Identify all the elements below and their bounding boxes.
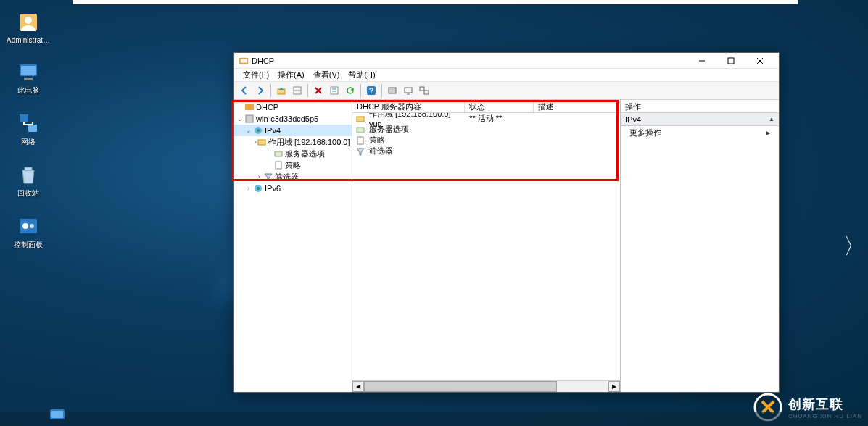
- x-icon: [313, 85, 323, 96]
- window-title: DHCP: [252, 57, 687, 65]
- scroll-left-button[interactable]: ◀: [352, 381, 364, 392]
- tree: DHCP ⌄ win-c3d33dcd5p5 ⌄ IPv4 › 作用域 [192…: [234, 100, 352, 196]
- arrow-left-icon: [239, 85, 249, 96]
- svg-rect-32: [245, 104, 254, 110]
- cell-content: 策略: [369, 135, 385, 146]
- arrow-right-icon: [255, 85, 265, 96]
- tree-root-dhcp[interactable]: DHCP: [234, 101, 352, 113]
- twisty-expand-icon[interactable]: ›: [244, 185, 253, 192]
- network-icon: [17, 112, 40, 135]
- desktop-icon-label: Administrat…: [7, 36, 50, 44]
- help-button[interactable]: ?: [364, 83, 379, 98]
- twisty-collapse-icon[interactable]: ⌄: [236, 115, 244, 122]
- list-row-server-options[interactable]: 服务器选项: [352, 124, 620, 135]
- tree-scope[interactable]: › 作用域 [192.168.100.0] yun: [234, 136, 352, 148]
- desktop-icon-network[interactable]: 网络: [3, 112, 54, 147]
- close-button[interactable]: [745, 54, 774, 68]
- add-server-button[interactable]: [385, 83, 400, 98]
- scroll-right-button[interactable]: ▶: [608, 381, 620, 392]
- desktop-icon-thispc[interactable]: 此电脑: [3, 60, 54, 96]
- actions-more[interactable]: 更多操作 ▶: [621, 126, 779, 139]
- chevron-right-icon: ▶: [766, 130, 770, 136]
- svg-rect-46: [51, 411, 63, 418]
- column-content[interactable]: DHCP 服务器内容: [352, 100, 465, 112]
- tree-icon: [292, 85, 302, 96]
- twisty-collapse-icon[interactable]: ⌄: [244, 127, 253, 134]
- show-hide-tree-button[interactable]: [290, 83, 305, 98]
- svg-text:?: ?: [369, 86, 374, 95]
- svg-point-35: [257, 129, 260, 132]
- computer-icon: [17, 60, 40, 83]
- svg-rect-31: [424, 91, 429, 94]
- scope-icon: [355, 114, 365, 124]
- authorize-button[interactable]: [401, 83, 416, 98]
- desktop-icon-administrator[interactable]: Administrat…: [3, 11, 54, 44]
- column-status[interactable]: 状态: [465, 100, 534, 112]
- column-desc[interactable]: 描述: [534, 100, 620, 112]
- svg-rect-3: [21, 66, 36, 75]
- svg-rect-14: [728, 58, 734, 64]
- scope-icon: [257, 137, 267, 147]
- properties-icon: [329, 85, 339, 96]
- maximize-button[interactable]: [716, 54, 745, 68]
- taskbar-app-icon[interactable]: [48, 406, 67, 425]
- menubar: 文件(F) 操作(A) 查看(V) 帮助(H): [234, 69, 779, 82]
- folder-up-icon: [276, 85, 286, 96]
- list-row-filters[interactable]: 筛选器: [352, 146, 620, 156]
- svg-rect-17: [278, 89, 285, 94]
- cell-content: 服务器选项: [369, 124, 409, 135]
- tree-label: DHCP: [256, 103, 278, 112]
- tree-pane[interactable]: DHCP ⌄ win-c3d33dcd5p5 ⌄ IPv4 › 作用域 [192…: [234, 100, 352, 392]
- desktop-icon-controlpanel[interactable]: 控制面板: [3, 214, 54, 250]
- taskbar[interactable]: [0, 412, 868, 426]
- actions-pane: 操作 IPv4 ▲ 更多操作 ▶: [621, 100, 779, 392]
- svg-rect-43: [357, 137, 363, 144]
- tree-label: IPv4: [265, 126, 281, 135]
- option-icon: [273, 149, 284, 159]
- servers-list-button[interactable]: [417, 83, 431, 98]
- up-button[interactable]: [274, 83, 289, 98]
- delete-button[interactable]: [311, 83, 326, 98]
- toolbar: ?: [234, 82, 779, 99]
- tree-ipv6[interactable]: › IPv6: [234, 183, 352, 194]
- actions-context[interactable]: IPv4 ▲: [621, 113, 779, 126]
- option-icon: [355, 125, 365, 135]
- back-button[interactable]: [237, 83, 252, 98]
- list-rows[interactable]: 作用域 [192.168.100.0] yun ** 活动 ** 服务器选项 策…: [352, 113, 620, 380]
- carousel-next-button[interactable]: 〉: [843, 232, 865, 262]
- list-row-policy[interactable]: 策略: [352, 135, 620, 146]
- horizontal-scrollbar[interactable]: ◀ ▶: [352, 380, 620, 392]
- monitor-icon: [403, 85, 413, 96]
- menu-file[interactable]: 文件(F): [239, 68, 273, 82]
- menu-view[interactable]: 查看(V): [309, 68, 344, 82]
- svg-rect-42: [357, 128, 364, 133]
- svg-rect-4: [24, 78, 33, 80]
- desktop-icon-label: 控制面板: [14, 240, 43, 250]
- tree-ipv4[interactable]: ⌄ IPv4: [234, 125, 352, 136]
- ipv4-icon: [253, 125, 263, 135]
- tree-policy[interactable]: 策略: [234, 159, 352, 171]
- tree-server-options[interactable]: 服务器选项: [234, 148, 352, 159]
- scroll-thumb[interactable]: [364, 381, 557, 392]
- svg-point-9: [22, 223, 28, 229]
- menu-action[interactable]: 操作(A): [273, 68, 309, 82]
- titlebar[interactable]: DHCP: [234, 53, 779, 69]
- list-header: DHCP 服务器内容 状态 描述: [352, 100, 620, 113]
- forward-button[interactable]: [253, 83, 268, 98]
- svg-rect-36: [258, 140, 265, 145]
- desktop-icon-recyclebin[interactable]: 回收站: [3, 163, 54, 199]
- tree-server[interactable]: ⌄ win-c3d33dcd5p5: [234, 113, 352, 125]
- toolbar-separator: [307, 84, 308, 97]
- toolbar-separator: [360, 84, 361, 97]
- minimize-button[interactable]: [687, 54, 716, 68]
- tree-filters[interactable]: › 筛选器: [234, 171, 352, 183]
- tree-label: win-c3d33dcd5p5: [256, 114, 318, 123]
- properties-button[interactable]: [327, 83, 342, 98]
- refresh-button[interactable]: [343, 83, 357, 98]
- list-row-scope[interactable]: 作用域 [192.168.100.0] yun ** 活动 **: [352, 113, 620, 124]
- menu-help[interactable]: 帮助(H): [344, 68, 379, 82]
- twisty-expand-icon[interactable]: ›: [255, 173, 263, 180]
- collapse-up-icon[interactable]: ▲: [769, 116, 774, 122]
- svg-rect-22: [331, 87, 338, 94]
- svg-rect-7: [25, 167, 32, 170]
